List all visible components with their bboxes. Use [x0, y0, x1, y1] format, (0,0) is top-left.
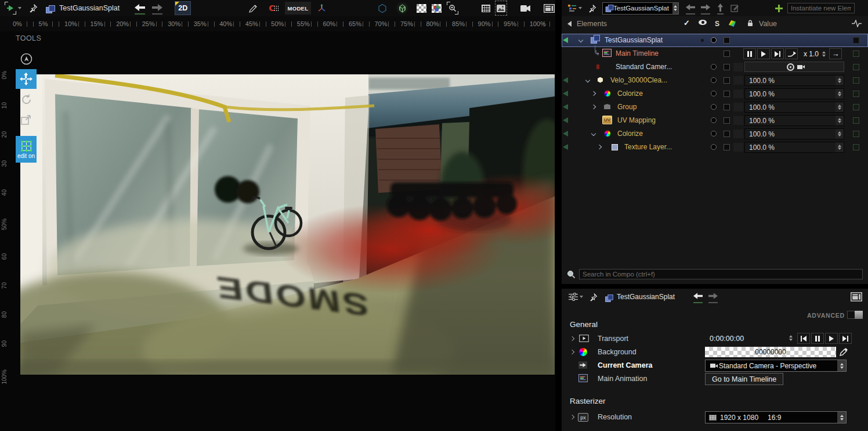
layout-monitor-icon[interactable]	[544, 2, 555, 15]
tree-row-label[interactable]: Colorize	[617, 130, 643, 138]
blend-mode-box[interactable]	[733, 63, 743, 71]
opacity-value-field[interactable]: 100.0 %	[744, 128, 844, 139]
pause-button[interactable]	[811, 333, 824, 344]
navigator-tool-button[interactable]	[16, 49, 37, 69]
zoom-region-icon[interactable]	[447, 2, 458, 15]
search-input[interactable]	[579, 269, 863, 279]
elements-forward-button[interactable]	[701, 2, 710, 15]
time-spinner[interactable]	[789, 335, 793, 341]
hexagon-shape-icon[interactable]	[378, 2, 387, 15]
solo-circle-toggle[interactable]	[711, 144, 717, 150]
row-checkbox[interactable]	[853, 51, 859, 57]
properties-forward-button[interactable]	[708, 290, 718, 303]
chevron-down-icon[interactable]	[591, 131, 596, 136]
tree-view-icon[interactable]	[567, 2, 577, 15]
value-spinner[interactable]	[836, 76, 844, 85]
magnet-snap-icon[interactable]: C	[269, 2, 279, 15]
transport-time-value[interactable]: 0:00:00:00	[710, 335, 744, 343]
opacity-value-field[interactable]: 100.0 %	[744, 102, 844, 113]
render-square-toggle[interactable]	[724, 144, 730, 150]
image-snapshot-icon[interactable]	[496, 2, 506, 15]
value-spinner[interactable]	[836, 89, 844, 99]
properties-dropdown-caret[interactable]	[580, 296, 583, 298]
tree-row-testgaussiansplat[interactable]: TestGaussianSplat	[562, 34, 868, 47]
sliders-icon[interactable]	[569, 290, 578, 303]
lock-column-icon[interactable]	[747, 20, 753, 27]
value-spinner[interactable]	[836, 142, 844, 152]
element-in-arrow-icon[interactable]	[563, 77, 568, 83]
camera-dial-field[interactable]	[744, 62, 844, 72]
selector-dropdown-caret[interactable]	[18, 7, 21, 9]
tree-row-uv-mapping[interactable]: UV UV Mapping 100.0 %	[562, 114, 868, 127]
2d-mode-button[interactable]: 2D	[175, 2, 190, 15]
expander-chevron-icon[interactable]	[570, 336, 574, 341]
element-in-arrow-icon[interactable]	[563, 117, 568, 123]
blend-mode-box[interactable]	[733, 76, 743, 85]
model-mode-button[interactable]: MODEL	[285, 2, 312, 15]
pen-tool-icon[interactable]	[248, 2, 258, 15]
tree-row-main-timeline[interactable]: Main Timeline x 1.0	[562, 47, 868, 60]
row-checkbox[interactable]	[853, 37, 859, 44]
transparency-checker-icon[interactable]	[417, 4, 426, 13]
value-spinner[interactable]	[836, 129, 844, 139]
tree-row-colorize-2[interactable]: Colorize 100.0 %	[562, 127, 868, 141]
timeline-speed-value[interactable]: x 1.0	[804, 50, 819, 58]
history-back-button[interactable]	[135, 2, 145, 15]
elements-back-button[interactable]	[686, 2, 695, 15]
vertical-zoom-ruler[interactable]: 0% 10 20 30 40 50% 60 70 80 90 100%	[0, 71, 9, 385]
skip-to-end-button[interactable]	[771, 48, 784, 59]
pin-icon[interactable]	[589, 290, 598, 303]
move-tool-button[interactable]	[16, 69, 37, 89]
go-to-main-timeline-button[interactable]: Go to Main Timeline	[705, 373, 783, 385]
row-checkbox[interactable]	[853, 131, 859, 137]
opacity-value-field[interactable]: 100.0 %	[744, 88, 844, 99]
tree-view-dropdown-caret[interactable]	[578, 7, 582, 9]
solo-circle-toggle[interactable]	[711, 117, 717, 123]
visibility-column-icon[interactable]	[699, 20, 707, 25]
tag-column-icon[interactable]	[729, 20, 736, 27]
expander-chevron-icon[interactable]	[570, 415, 574, 419]
solo-circle-toggle[interactable]	[711, 64, 717, 70]
properties-back-button[interactable]	[693, 290, 703, 303]
history-forward-button[interactable]	[152, 2, 162, 15]
layout-monitor-icon[interactable]	[851, 290, 862, 303]
tree-row-label[interactable]: Texture Layer...	[624, 143, 672, 151]
add-element-button[interactable]	[775, 5, 783, 12]
background-color-field[interactable]: 00000000	[705, 347, 836, 357]
render-square-toggle[interactable]	[724, 77, 730, 84]
tangent-ease-button[interactable]	[785, 48, 798, 59]
axis-gizmo-icon[interactable]	[317, 2, 327, 15]
blend-mode-box[interactable]	[733, 89, 743, 98]
blend-mode-box[interactable]	[733, 130, 743, 138]
solo-circle-toggle[interactable]	[711, 104, 717, 110]
tree-row-label[interactable]: UV Mapping	[617, 116, 656, 124]
row-checkbox[interactable]	[853, 104, 859, 110]
pause-button[interactable]	[743, 48, 756, 59]
tree-row-label[interactable]: Group	[617, 103, 636, 111]
instantiate-element-input[interactable]	[787, 3, 855, 13]
tree-row-texture-layer[interactable]: Texture Layer... 100.0 %	[562, 141, 868, 154]
wireframe-cube-icon[interactable]	[396, 2, 408, 15]
chevron-down-icon[interactable]	[585, 78, 590, 82]
current-camera-dropdown[interactable]: Standard Camera - Perspective	[705, 360, 847, 372]
render-square-toggle[interactable]	[724, 51, 730, 57]
viewport-render[interactable]: SMODE	[20, 74, 555, 375]
solo-circle-toggle[interactable]	[711, 131, 717, 137]
opacity-value-field[interactable]: 100.0 %	[744, 75, 844, 86]
opacity-value-field[interactable]: 100.0 %	[744, 115, 844, 126]
edit-compo-icon[interactable]	[730, 2, 739, 15]
tree-row-label[interactable]: TestGaussianSplat	[605, 36, 663, 44]
chevron-right-icon[interactable]	[591, 105, 596, 109]
element-in-arrow-icon[interactable]	[563, 144, 568, 150]
pin-icon[interactable]	[588, 2, 596, 15]
chevron-right-icon[interactable]	[597, 145, 602, 149]
blend-mode-box[interactable]	[733, 103, 743, 112]
compo-selector-spinner[interactable]	[672, 3, 678, 14]
tree-row-label[interactable]: Main Timeline	[616, 49, 659, 58]
opacity-value-field[interactable]: 100.0 %	[744, 142, 844, 153]
camera-dropdown-spinner[interactable]	[837, 360, 846, 371]
value-spinner[interactable]	[836, 116, 844, 125]
resolution-dropdown[interactable]: 1920 x 1080 16:9	[705, 411, 847, 423]
render-square-toggle[interactable]	[724, 131, 730, 137]
tree-row-colorize[interactable]: Colorize 100.0 %	[562, 87, 868, 100]
